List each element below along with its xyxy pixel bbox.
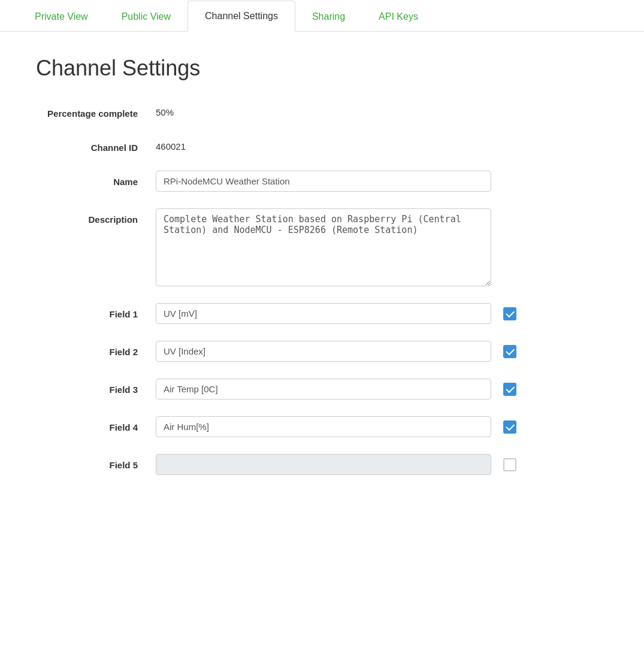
field2-checkbox-wrapper[interactable] [503, 345, 516, 358]
field3-row: Field 3 [36, 379, 575, 399]
field3-checkbox[interactable] [503, 383, 516, 396]
description-row: Description [36, 208, 575, 286]
page-title: Channel Settings [36, 56, 608, 81]
name-row: Name [36, 171, 575, 192]
tab-sharing[interactable]: Sharing [295, 2, 362, 32]
field5-checkbox[interactable] [503, 458, 516, 471]
field3-input[interactable] [156, 379, 491, 399]
field4-row: Field 4 [36, 416, 575, 437]
field5-checkbox-wrapper[interactable] [503, 458, 516, 471]
channel-id-row: Channel ID 460021 [36, 137, 575, 154]
tab-api-keys[interactable]: API Keys [362, 2, 435, 32]
field1-row: Field 1 [36, 303, 575, 324]
field2-control [156, 341, 575, 362]
field4-control [156, 416, 575, 437]
main-content: Channel Settings Percentage complete 50%… [0, 32, 644, 516]
field3-control [156, 379, 575, 399]
field1-checkbox[interactable] [503, 307, 516, 320]
field1-checkbox-wrapper[interactable] [503, 307, 516, 320]
tab-public-view[interactable]: Public View [105, 2, 188, 32]
field1-label: Field 1 [36, 303, 156, 320]
field4-input[interactable] [156, 416, 491, 437]
settings-form: Percentage complete 50% Channel ID 46002… [36, 102, 575, 475]
tab-channel-settings[interactable]: Channel Settings [188, 1, 295, 32]
field1-control [156, 303, 575, 324]
description-control [156, 208, 575, 286]
field3-checkbox-wrapper[interactable] [503, 383, 516, 396]
description-label: Description [36, 208, 156, 226]
field2-row: Field 2 [36, 341, 575, 362]
percentage-control: 50% [156, 102, 575, 117]
tab-bar: Private ViewPublic ViewChannel SettingsS… [0, 0, 644, 32]
percentage-value: 50% [156, 102, 174, 117]
field3-label: Field 3 [36, 379, 156, 396]
field4-label: Field 4 [36, 416, 156, 434]
percentage-label: Percentage complete [36, 102, 156, 120]
field4-checkbox-wrapper[interactable] [503, 420, 516, 434]
field5-input [156, 454, 491, 475]
name-input[interactable] [156, 171, 491, 192]
channel-id-label: Channel ID [36, 137, 156, 154]
percentage-row: Percentage complete 50% [36, 102, 575, 120]
field4-checkbox[interactable] [503, 420, 516, 434]
channel-id-control: 460021 [156, 137, 575, 152]
fields-container: Field 1Field 2Field 3Field 4Field 5 [36, 303, 575, 475]
field1-input[interactable] [156, 303, 491, 324]
field5-control [156, 454, 575, 475]
field2-checkbox[interactable] [503, 345, 516, 358]
name-control [156, 171, 575, 192]
name-label: Name [36, 171, 156, 188]
field5-row: Field 5 [36, 454, 575, 475]
tab-private-view[interactable]: Private View [18, 2, 105, 32]
channel-id-value: 460021 [156, 137, 186, 152]
description-input[interactable] [156, 208, 491, 286]
field2-label: Field 2 [36, 341, 156, 358]
field2-input[interactable] [156, 341, 491, 362]
field5-label: Field 5 [36, 454, 156, 471]
